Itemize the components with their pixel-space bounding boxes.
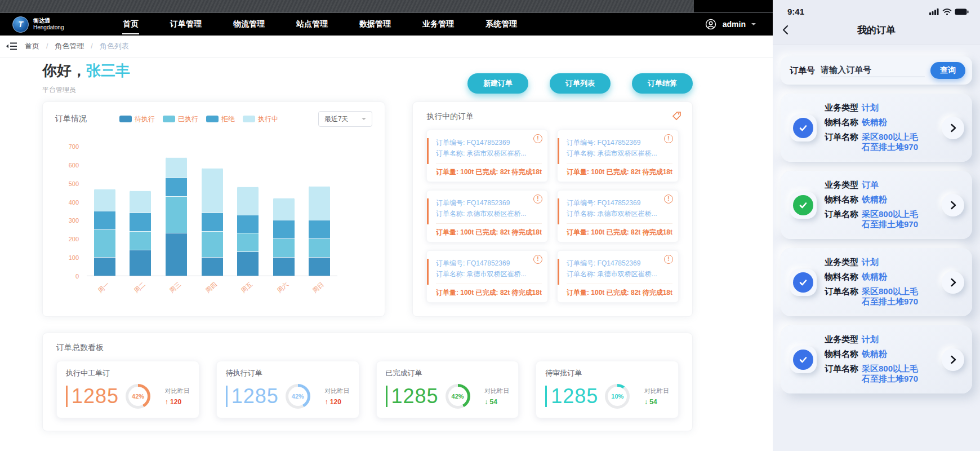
mobile-header: 9:41 [773,0,980,45]
status-bar: 9:41 [773,0,980,16]
stat-value: 1285 [551,384,598,408]
percent-label: 42% [286,384,310,409]
collapse-menu-icon[interactable] [6,42,18,51]
order-card[interactable]: ! 订单编号: FQ147852369 订单名称: 承德市双桥区崔桥... 订单… [426,130,548,182]
date-range-select[interactable]: 最近7天 [318,111,372,127]
field-value: 铁精粉 [862,194,887,205]
signal-icon [929,8,939,15]
field-label: 业务类型 [825,334,862,345]
nav-item-logistics[interactable]: 物流管理 [233,19,265,29]
compare-label: 对比昨日 [325,387,350,395]
order-list-item[interactable]: 业务类型 订单 物料名称 铁精粉 订单名称 采区800以上毛石至排土堆970 [781,171,972,239]
item-detail-button[interactable] [942,117,964,139]
nav-item-business[interactable]: 业务管理 [422,19,454,29]
bar-group [158,146,194,276]
order-quantity: 订单量: 100t 已完成: 82t 待完成18t [567,223,672,237]
battery-icon [955,8,969,15]
logo-text: 衡达通 Hengdatong [33,17,64,31]
field-label: 订单名称 [825,364,862,385]
item-detail-button[interactable] [942,348,964,371]
compare-block: 对比昨日 ↑ 120 [325,387,350,406]
order-list-button[interactable]: 订单列表 [550,73,611,94]
stat-body: 1285 42% 对比昨日 ↑ 120 [66,384,190,409]
legend-item[interactable]: 已执行 [163,114,198,124]
compare-block: 对比昨日 ↓ 54 [484,387,509,406]
bar-segment-拒绝 [202,213,223,231]
new-order-button[interactable]: 新建订单 [467,73,528,94]
stat-card-completed: 已完成订单 1285 42% 对比昨日 ↓ 54 [376,361,519,418]
order-quantity: 订单量: 100t 已完成: 82t 待完成18t [436,284,542,298]
order-fields: 业务类型 订单 物料名称 铁精粉 订单名称 采区800以上毛石至排土堆970 [825,180,934,230]
bar-segment-已执行 [94,229,115,257]
status-icons [929,8,969,15]
bar-segment-待执行 [309,257,330,276]
order-list-item[interactable]: 业务类型 计划 物料名称 铁精粉 订单名称 采区800以上毛石至排土堆970 [781,325,972,393]
nav-item-orders[interactable]: 订单管理 [170,19,202,29]
item-detail-button[interactable] [942,194,964,216]
bar-segment-待执行 [273,257,295,276]
back-chevron-icon[interactable] [779,23,793,37]
legend-label: 执行中 [258,114,278,124]
compare-block: 对比昨日 ↑ 120 [165,387,190,406]
legend-item[interactable]: 拒绝 [206,114,235,124]
stat-value-group: 1285 [386,384,439,408]
user-display-name: 张三丰 [86,62,130,79]
order-number-input[interactable] [821,64,925,77]
order-number: 订单编号: FQ147852369 [436,198,542,208]
bar-group [301,146,337,276]
stat-title: 待执行订单 [226,368,350,378]
user-menu[interactable]: admin [705,18,756,30]
order-card[interactable]: ! 订单编号: FQ147852369 订单名称: 承德市双桥区崔桥... 订单… [426,190,548,242]
x-tick-label: 周三 [159,272,194,304]
window-chrome-strip-right [694,0,773,12]
y-tick-label: 500 [69,180,79,187]
stat-value: 1285 [231,384,279,408]
nav-item-data[interactable]: 数据管理 [359,19,391,29]
x-tick-label: 周四 [195,272,229,304]
legend-item[interactable]: 待执行 [119,114,155,124]
stat-accent-bar [226,386,228,407]
alert-icon: ! [664,255,673,264]
percent-ring: 42% [286,384,310,409]
nav-item-system[interactable]: 系统管理 [485,19,517,29]
bar-segment-执行中 [130,191,151,213]
order-card-accent-bar [427,198,429,224]
item-detail-button[interactable] [942,271,964,294]
order-name: 订单名称: 承德市双桥区崔桥... [567,149,672,158]
stat-body: 1285 42% 对比昨日 ↓ 54 [386,384,510,409]
bar-segment-已执行 [166,196,187,233]
field-value: 订单 [862,180,879,191]
stat-title: 执行中工单订 [66,368,190,378]
bar-segment-已执行 [309,238,330,257]
brand-logo[interactable]: T 衡达通 Hengdatong [12,16,107,33]
order-list-item[interactable]: 业务类型 计划 物料名称 铁精粉 订单名称 采区800以上毛石至排土堆970 [781,248,972,316]
breadcrumb-item-home[interactable]: 首页 [25,41,39,51]
nav-item-home[interactable]: 首页 [123,19,139,29]
bar-segment-待执行 [94,257,115,276]
compare-label: 对比昨日 [165,387,190,395]
stat-card-approval: 待审批订单 1285 10% 对比昨日 ↓ 54 [536,361,679,418]
field-value: 计划 [862,334,879,345]
x-tick-label: 周一 [87,272,122,304]
mobile-page-title: 我的订单 [857,24,896,37]
order-card[interactable]: ! 订单编号: FQ147852369 订单名称: 承德市双桥区崔桥... 订单… [557,190,679,242]
y-tick-label: 700 [69,143,79,150]
breadcrumb-item-role-mgmt[interactable]: 角色管理 [55,41,84,51]
bar-group [194,146,230,276]
screenshot-root: T 衡达通 Hengdatong 首页 订单管理 物流管理 站点管理 数据管理 … [0,0,980,451]
stat-value-group: 1285 [226,384,279,408]
order-card[interactable]: ! 订单编号: FQ147852369 订单名称: 承德市双桥区崔桥... 订单… [557,250,679,303]
search-button[interactable]: 查询 [930,62,965,79]
legend-item[interactable]: 执行中 [243,114,278,124]
date-range-value: 最近7天 [324,114,349,124]
order-card[interactable]: ! 订单编号: FQ147852369 订单名称: 承德市双桥区崔桥... 订单… [557,130,679,182]
order-list-item[interactable]: 业务类型 计划 物料名称 铁精粉 订单名称 采区800以上毛石至排土堆970 [781,94,972,162]
nav-item-stations[interactable]: 站点管理 [296,19,328,29]
field-value: 计划 [862,103,879,113]
breadcrumb-separator: / [46,42,48,50]
stat-value-group: 1285 [66,384,119,408]
order-card[interactable]: ! 订单编号: FQ147852369 订单名称: 承德市双桥区崔桥... 订单… [426,250,548,303]
executing-orders-grid: ! 订单编号: FQ147852369 订单名称: 承德市双桥区崔桥... 订单… [426,130,679,303]
order-field-row: 订单名称 采区800以上毛石至排土堆970 [825,364,934,385]
order-settle-button[interactable]: 订单结算 [632,73,693,94]
